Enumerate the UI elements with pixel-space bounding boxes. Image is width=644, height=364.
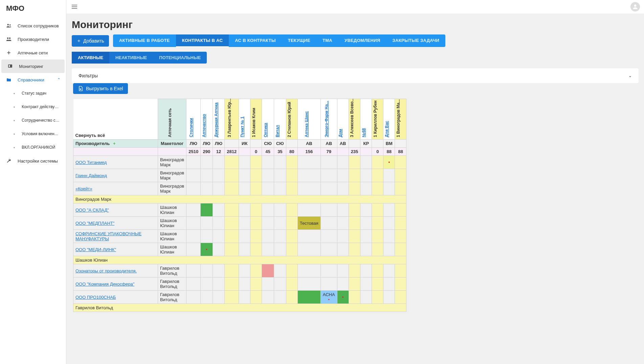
add-button[interactable]: ＋ Добавить [72,35,109,47]
col-header-13[interactable]: №68 [360,99,372,140]
producer-cell-7[interactable]: ООО "МЕДИ-ЛИНК" [73,243,158,256]
cell-11-6 [262,291,274,304]
col-header-0[interactable]: Столички [186,99,201,140]
cell-11-11[interactable] [337,291,349,304]
cell-10-3 [225,277,239,291]
col-code-4: ИК [239,140,250,148]
avatar[interactable] [630,2,640,11]
svg-point-1 [9,24,11,26]
cell-2-2 [213,182,225,195]
cell-9-11 [337,264,349,277]
network-header: Аптечная сеть [158,99,186,140]
col-header-4[interactable]: Пункт № 1 [239,99,250,140]
cell-6-2 [213,230,225,243]
sidebar-item-9[interactable]: ●ВКЛ.ОРГАНИКОЙ [0,141,66,154]
menu-toggle-icon[interactable] [70,3,79,11]
col-header-10[interactable]: Энерго-Фарм На... [320,99,337,140]
col-header-2[interactable]: Дежурная Аптека [213,99,225,140]
cell-7-1[interactable] [201,243,213,256]
cell-5-4 [239,217,250,230]
cell-10-11 [337,277,349,291]
producer-cell-0[interactable]: ООО Титанмед [73,156,158,169]
sidebar-item-7[interactable]: ●Сотрудничество с др.асс... [0,114,66,127]
sidebar-item-8[interactable]: ●Условия включения АС в ... [0,127,66,141]
col-header-3: 3 Лаврентьев Юр... [225,99,239,140]
tab-sub-1[interactable]: НЕАКТИВНЫЕ [109,52,153,64]
sidebar-item-3[interactable]: Мониторинг [1,59,65,73]
add-producer-icon[interactable]: + [111,141,116,146]
tab-sub-0[interactable]: АКТИВНЫЕ [72,52,109,64]
col-header-15[interactable]: Для Вас [383,99,395,140]
collapse-all[interactable]: Свернуть всё [73,99,158,140]
plus-icon: ＋ [76,38,81,44]
cell-2-14 [372,182,383,195]
cell-6-12 [349,230,360,243]
cell-11-10[interactable]: АСНА • [320,291,337,304]
tab-main-1[interactable]: КОНТРАКТЫ В АС [176,34,229,47]
col-header-7[interactable]: Витал [274,99,286,140]
cell-11-9[interactable] [297,291,320,304]
sidebar-item-2[interactable]: Аптечные сети [0,46,66,59]
cell-1-14 [372,169,383,182]
cell-2-10 [320,182,337,195]
cell-10-7 [274,277,286,291]
cell-11-15 [383,291,395,304]
tab-main-6[interactable]: ЗАКРЫТЫЕ ЗАДАЧИ [386,34,445,47]
cell-9-0 [186,264,201,277]
cell-11-2 [213,291,225,304]
excel-icon [78,86,83,91]
grid-wrap[interactable]: Свернуть всёАптечная сетьСтоличкиАптечес… [72,99,639,312]
tab-main-4[interactable]: ТМА [316,34,338,47]
sidebar-item-1[interactable]: Производители [0,32,66,46]
cell-11-4 [239,291,250,304]
sidebar-item-label: Список сотрудников [18,23,59,28]
cell-0-4 [239,156,250,169]
sidebar-item-4[interactable]: Справочники⌃ [0,73,66,87]
tab-main-2[interactable]: АС В КОНТРАКТЫ [229,34,282,47]
sidebar-item-5[interactable]: ●Статус задач [0,87,66,100]
tab-main-5[interactable]: УВЕДОМЛЕНИЯ [338,34,386,47]
producer-cell-6[interactable]: СОФРИНСКИЕ УПАКОВОЧНЫЕ МАНУФАКТУРЫ [73,230,158,243]
col-header-11[interactable]: Дом [337,99,349,140]
svg-rect-4 [8,65,12,68]
cell-1-15 [383,169,395,182]
sidebar-item-6[interactable]: ●Контракт действует с [0,100,66,114]
producer-cell-10[interactable]: ООО "Компания Декосфера" [73,277,158,291]
col-code-13: КР [360,140,372,148]
producer-cell-1[interactable]: Гринн Даймонд [73,169,158,182]
svg-point-3 [9,38,11,39]
producer-cell-2[interactable]: «Крейт» [73,182,158,195]
tab-main-3[interactable]: ТЕКУЩИЕ [282,34,316,47]
col-header-1[interactable]: Аптечество [201,99,213,140]
sidebar-item-0[interactable]: Список сотрудников [0,19,66,32]
cell-5-16 [395,217,406,230]
cell-7-15 [383,243,395,256]
cell-5-9[interactable]: Тестовая [297,217,320,230]
group-row-8: Шашков Юлиан [73,256,406,264]
cell-9-14 [372,264,383,277]
cell-0-2 [213,156,225,169]
tab-sub-2[interactable]: ПОТЕНЦИАЛЬНЫЕ [153,52,207,64]
col-header-6[interactable]: Оптика [262,99,274,140]
producer-cell-4[interactable]: ООО "А СКЛАД" [73,203,158,217]
users-icon [5,22,12,29]
marketer-cell-10: Гаврилов Витольд [158,277,186,291]
col-header-9[interactable]: Аптека Шанс [297,99,320,140]
sidebar-item-10[interactable]: Настройки системы [0,154,66,168]
tab-main-0[interactable]: АКТИВНЫЕ В РАБОТЕ [113,34,176,47]
export-excel-button[interactable]: Выгрузить в Exel [73,83,128,94]
filters-toggle[interactable]: Фильтры ⌄ [72,68,639,83]
col-code-5 [250,140,262,148]
marketer-cell-11: Гаврилов Витольд [158,291,186,304]
cell-4-7 [274,203,286,217]
producer-cell-5[interactable]: ООО "МЕДПЛАНТ" [73,217,158,230]
cell-0-15[interactable] [383,156,395,169]
producer-cell-9[interactable]: Озонаторы от производителя. [73,264,158,277]
cell-11-1 [201,291,213,304]
cell-9-6[interactable] [262,264,274,277]
col-code-14 [372,140,383,148]
topbar [66,0,644,14]
cell-10-9 [297,277,320,291]
cell-4-1[interactable] [201,203,213,217]
producer-cell-11[interactable]: ООО ПРО100СНАБ [73,291,158,304]
